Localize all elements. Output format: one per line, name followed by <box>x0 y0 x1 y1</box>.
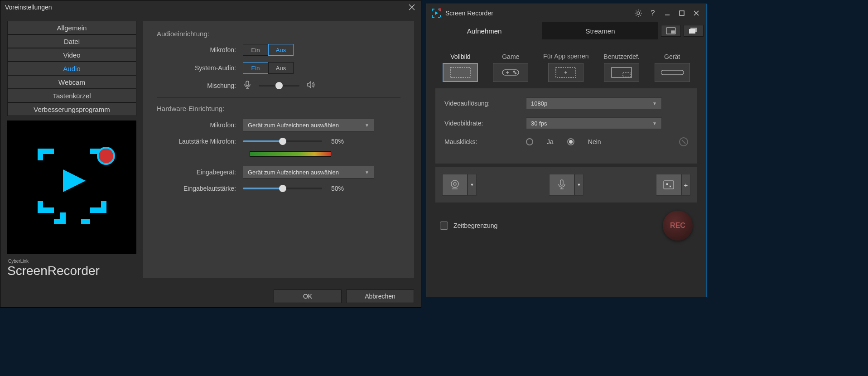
resolution-dropdown[interactable]: 1080p ▼ <box>526 97 662 109</box>
clicks-yes-radio[interactable] <box>526 138 533 145</box>
record-button[interactable]: REC <box>663 211 693 241</box>
svg-rect-18 <box>560 180 563 185</box>
speaker-icon <box>306 80 315 91</box>
minimize-button[interactable] <box>662 8 673 19</box>
nav-file[interactable]: Datei <box>7 34 136 48</box>
dialog-titlebar: Voreinstellungen <box>0 0 421 14</box>
custom-region-icon <box>604 63 639 82</box>
mic-volume-label: Lautstärke Mikrofon: <box>157 138 243 145</box>
gamepad-icon <box>493 63 528 82</box>
svg-point-17 <box>453 183 456 185</box>
mode-custom[interactable]: Benutzerdef. <box>603 44 639 82</box>
microphone-button[interactable] <box>549 174 574 196</box>
mic-device-value: Gerät zum Aufzeichnen auswählen <box>248 122 339 129</box>
microphone-dropdown[interactable]: ▼ <box>574 174 583 196</box>
clicks-yes-label: Ja <box>547 138 554 145</box>
svg-point-3 <box>637 12 640 14</box>
webcam-button[interactable] <box>442 174 468 196</box>
pip-button[interactable] <box>661 25 681 37</box>
clicks-no-radio[interactable] <box>567 138 574 145</box>
sysaudio-off-button[interactable]: Aus <box>268 62 294 74</box>
nav-audio[interactable]: Audio <box>7 62 136 75</box>
svg-rect-7 <box>671 31 675 33</box>
svg-point-2 <box>439 8 441 11</box>
overlay-button[interactable] <box>656 174 681 196</box>
svg-point-12 <box>515 73 516 74</box>
nav-video[interactable]: Video <box>7 48 136 62</box>
svg-rect-9 <box>689 29 695 34</box>
dialog-title: Voreinstellungen <box>5 4 52 11</box>
device-icon <box>655 63 690 82</box>
record-label: REC <box>670 222 685 230</box>
timelimit-checkbox[interactable] <box>440 222 448 230</box>
nav-webcam[interactable]: Webcam <box>7 75 136 89</box>
mic-off-button[interactable]: Aus <box>268 44 294 56</box>
svg-rect-15 <box>623 72 630 77</box>
preferences-dialog: Voreinstellungen Allgemein Datei Video A… <box>0 0 421 308</box>
svg-rect-19 <box>664 181 674 189</box>
clicks-no-label: Nein <box>588 138 601 145</box>
nav-sidebar: Allgemein Datei Video Audio Webcam Taste… <box>7 21 136 278</box>
close-button[interactable] <box>691 8 702 19</box>
sysaudio-on-button[interactable]: Ein <box>243 62 268 74</box>
tab-record[interactable]: Aufnehmen <box>426 22 542 39</box>
mic-volume-slider[interactable] <box>243 140 322 142</box>
svg-rect-10 <box>450 67 470 77</box>
ok-button[interactable]: OK <box>274 289 342 303</box>
chevron-down-icon: ▼ <box>652 121 657 126</box>
overlay-add-button[interactable]: + <box>681 174 690 196</box>
svg-point-16 <box>451 180 458 188</box>
app-window: Screen Recorder ? Aufnehmen Streamen <box>426 4 707 297</box>
audio-section-title: Audioeinrichtung: <box>157 30 400 38</box>
mode-game-label: Game <box>502 44 519 60</box>
help-icon[interactable]: ? <box>647 8 658 19</box>
close-icon[interactable] <box>407 3 416 12</box>
fps-label: Videobildrate: <box>444 120 526 127</box>
microphone-icon <box>243 80 252 91</box>
resolution-value: 1080p <box>531 100 547 107</box>
nav-general[interactable]: Allgemein <box>7 21 136 34</box>
input-device-dropdown[interactable]: Gerät zum Aufzeichnen auswählen ▼ <box>243 166 374 178</box>
mic-device-dropdown[interactable]: Gerät zum Aufzeichnen auswählen ▼ <box>243 119 374 131</box>
svg-text:?: ? <box>651 9 655 17</box>
product-title: ScreenRecorder <box>7 264 136 278</box>
fullscreen-icon <box>443 63 478 82</box>
clicks-label: Mausklicks: <box>444 138 526 145</box>
app-logo-icon <box>431 8 442 19</box>
hw-mic-label: Mikrofon: <box>157 121 243 129</box>
input-device-label: Eingabegerät: <box>157 169 243 176</box>
resolution-label: Videoauflösung: <box>444 100 526 107</box>
product-logo <box>7 121 136 254</box>
mode-fullscreen[interactable]: Vollbild <box>443 44 478 82</box>
mix-slider[interactable] <box>259 85 299 87</box>
multiwindow-button[interactable] <box>684 25 704 37</box>
chevron-down-icon: ▼ <box>365 123 369 128</box>
mode-game[interactable]: Game <box>493 44 528 82</box>
svg-point-11 <box>514 71 515 72</box>
mic-on-button[interactable]: Ein <box>243 44 268 56</box>
input-volume-slider[interactable] <box>243 188 322 189</box>
cancel-button[interactable]: Abbrechen <box>346 289 414 303</box>
nav-improvement[interactable]: Verbesserungsprogramm <box>7 102 136 116</box>
nav-shortcuts[interactable]: Tastenkürzel <box>7 89 136 102</box>
webcam-dropdown[interactable]: ▼ <box>468 174 477 196</box>
lock-app-icon <box>548 63 583 82</box>
gear-icon[interactable] <box>633 8 644 19</box>
system-audio-label: System-Audio: <box>157 64 243 72</box>
tab-stream[interactable]: Streamen <box>542 22 658 39</box>
mode-strip: Vollbild Game Für App sperren Benutzerde… <box>426 39 706 85</box>
capture-settings: Videoauflösung: 1080p ▼ Videobildrate: 3… <box>435 88 697 164</box>
mic-label: Mikrofon: <box>157 46 243 53</box>
chevron-down-icon: ▼ <box>652 101 657 106</box>
maximize-button[interactable] <box>676 8 687 19</box>
volume-meter <box>250 151 331 157</box>
svg-rect-1 <box>246 81 249 86</box>
mode-device[interactable]: Gerät <box>655 44 690 82</box>
input-volume-value: 50% <box>331 185 344 192</box>
product-brand: CyberLink <box>7 259 136 264</box>
mode-lock-app[interactable]: Für App sperren <box>543 44 588 82</box>
fps-dropdown[interactable]: 30 fps ▼ <box>526 117 662 129</box>
fps-value: 30 fps <box>531 120 547 127</box>
mic-volume-value: 50% <box>331 138 344 145</box>
mode-custom-label: Benutzerdef. <box>603 44 639 60</box>
